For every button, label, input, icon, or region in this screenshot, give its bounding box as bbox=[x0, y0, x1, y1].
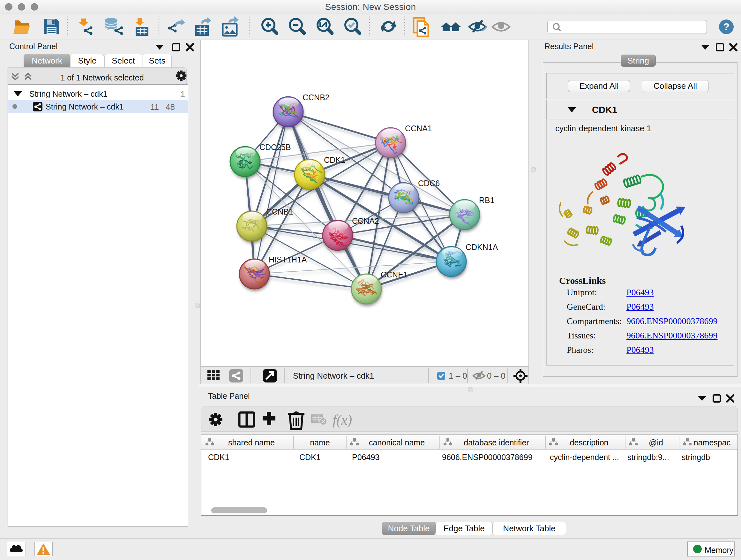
svg-text:String Network – cdk1: String Network – cdk1 bbox=[293, 371, 374, 381]
svg-text:HIST1H1A: HIST1H1A bbox=[269, 255, 307, 264]
svg-text:f(x): f(x) bbox=[333, 412, 352, 428]
svg-text:CCNE1: CCNE1 bbox=[381, 270, 408, 279]
svg-text:CCNA2: CCNA2 bbox=[352, 216, 379, 226]
svg-text:canonical name: canonical name bbox=[369, 438, 425, 447]
svg-text:CCNB1: CCNB1 bbox=[266, 207, 293, 216]
svg-text:name: name bbox=[310, 438, 330, 447]
svg-text:1 – 0: 1 – 0 bbox=[449, 371, 467, 381]
svg-text:0 – 0: 0 – 0 bbox=[487, 371, 506, 381]
svg-text:database identifier: database identifier bbox=[464, 438, 529, 447]
svg-text:CDKN1A: CDKN1A bbox=[466, 243, 498, 252]
svg-text:CDC25B: CDC25B bbox=[259, 143, 291, 152]
svg-text:@id: @id bbox=[649, 438, 663, 447]
svg-text:CDK1: CDK1 bbox=[324, 155, 345, 165]
svg-text:description: description bbox=[570, 438, 609, 447]
svg-text:CCNA1: CCNA1 bbox=[405, 124, 432, 133]
svg-text:CDC6: CDC6 bbox=[418, 179, 440, 188]
svg-text:shared name: shared name bbox=[228, 438, 275, 447]
svg-text:CCNB2: CCNB2 bbox=[302, 93, 330, 102]
svg-text:RB1: RB1 bbox=[479, 196, 495, 205]
svg-text:namespac: namespac bbox=[694, 438, 731, 447]
